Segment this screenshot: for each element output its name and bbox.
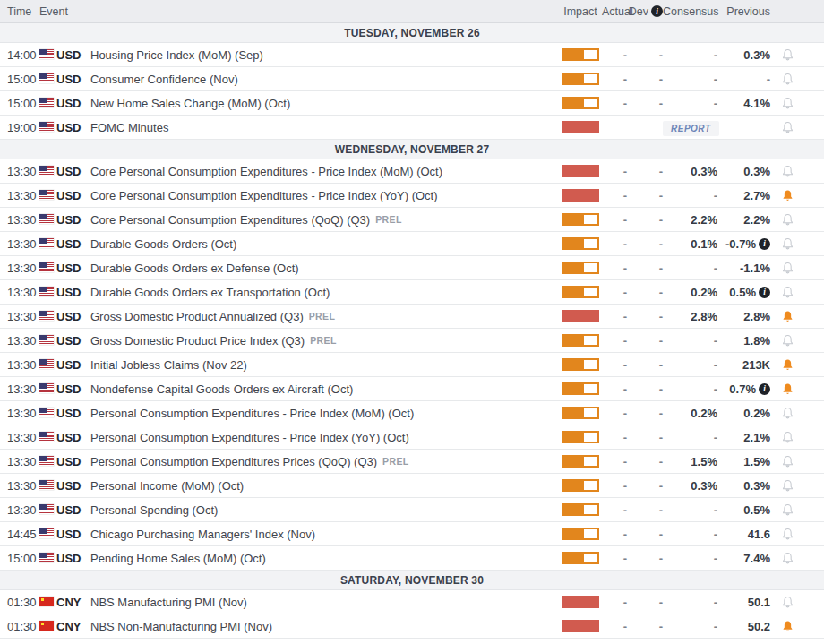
alert-bell-button[interactable] (781, 382, 794, 396)
alert-bell-button[interactable] (781, 189, 794, 202)
info-icon[interactable]: i (759, 383, 770, 395)
alert-bell-button[interactable] (781, 48, 794, 62)
impact-cell (559, 237, 602, 250)
deviation-value: - (627, 358, 663, 372)
time-cell: 13:30 (7, 503, 39, 517)
event-row[interactable]: 01:30CNYNBS Manufacturing PMI (Nov)---50… (0, 590, 824, 614)
event-row[interactable]: 15:00USDConsumer Confidence (Nov)---- (0, 67, 824, 91)
previous-value: 0.5% (717, 503, 770, 517)
us-flag-icon (39, 165, 56, 178)
impact-cell (559, 358, 602, 371)
event-row[interactable]: 13:30USDGross Domestic Product Annualize… (0, 305, 824, 329)
time-cell: 13:30 (7, 431, 39, 444)
dev-info-icon[interactable]: i (651, 5, 663, 17)
alert-bell-button[interactable] (781, 97, 794, 110)
impact-medium-icon (562, 382, 599, 395)
alert-bell-button[interactable] (781, 213, 794, 227)
event-row[interactable]: 13:30USDGross Domestic Product Price Ind… (0, 329, 824, 353)
deviation-value: - (627, 97, 663, 110)
event-row[interactable]: 13:30USDCore Personal Consumption Expend… (0, 208, 824, 232)
alert-bell-button[interactable] (781, 596, 794, 609)
bell-cell (770, 431, 804, 444)
event-row[interactable]: 13:30USDPersonal Consumption Expenditure… (0, 450, 824, 474)
deviation-value: - (627, 286, 663, 299)
event-title: Durable Goods Orders ex Defense (Oct) (90, 262, 559, 275)
currency-label: USD (56, 528, 90, 541)
previous-text: 0.3% (743, 48, 770, 62)
info-icon[interactable]: i (759, 287, 770, 298)
deviation-value: - (627, 503, 663, 517)
time-cell: 01:30 (7, 620, 39, 633)
alert-bell-button[interactable] (781, 479, 794, 493)
alert-bell-button[interactable] (781, 237, 794, 251)
previous-value: 0.7%i (717, 382, 770, 396)
alert-bell-button[interactable] (781, 503, 794, 517)
event-title: Core Personal Consumption Expenditures -… (90, 165, 559, 178)
report-link[interactable]: REPORT (663, 121, 719, 136)
alert-bell-button[interactable] (781, 73, 794, 86)
event-title: Housing Price Index (MoM) (Sep) (90, 48, 559, 62)
event-row[interactable]: 01:30CNYNBS Non-Manufacturing PMI (Nov)-… (0, 614, 824, 639)
event-title: FOMC Minutes (90, 121, 559, 134)
alert-bell-button[interactable] (781, 455, 794, 468)
actual-value: - (602, 48, 627, 62)
alert-bell-button[interactable] (781, 286, 794, 299)
event-row[interactable]: 15:00USDNew Home Sales Change (MoM) (Oct… (0, 91, 824, 116)
impact-cell (559, 310, 602, 322)
alert-bell-button[interactable] (781, 407, 794, 420)
alert-bell-button[interactable] (781, 334, 794, 348)
time-cell: 13:30 (7, 213, 39, 227)
alert-bell-button[interactable] (781, 431, 794, 444)
impact-medium-icon (562, 73, 599, 85)
event-row[interactable]: 13:30USDPersonal Consumption Expenditure… (0, 425, 824, 450)
event-row[interactable]: 13:30USDCore Personal Consumption Expend… (0, 184, 824, 208)
event-row[interactable]: 13:30USDInitial Jobless Claims (Nov 22)-… (0, 353, 824, 377)
deviation-value: - (627, 189, 663, 202)
event-row[interactable]: 13:30USDDurable Goods Orders ex Transpor… (0, 280, 824, 305)
event-row[interactable]: 13:30USDPersonal Income (MoM) (Oct)--0.3… (0, 474, 824, 498)
time-cell: 15:00 (7, 97, 39, 110)
actual-value: - (602, 97, 627, 110)
alert-bell-button[interactable] (781, 310, 794, 323)
event-name: Durable Goods Orders (Oct) (90, 237, 236, 251)
alert-bell-button[interactable] (781, 121, 794, 134)
actual-value: - (602, 596, 627, 609)
actual-value: - (602, 479, 627, 493)
event-row[interactable]: 14:00USDHousing Price Index (MoM) (Sep)-… (0, 43, 824, 67)
info-icon[interactable]: i (759, 238, 770, 250)
alert-bell-button[interactable] (781, 620, 794, 633)
us-flag-icon (39, 358, 56, 372)
us-flag-icon (39, 310, 56, 323)
bell-cell (770, 189, 804, 202)
deviation-value: - (627, 431, 663, 444)
impact-cell (559, 286, 602, 298)
event-row[interactable]: 13:30USDCore Personal Consumption Expend… (0, 159, 824, 184)
deviation-value: - (627, 73, 663, 86)
event-row[interactable]: 13:30USDDurable Goods Orders ex Defense … (0, 256, 824, 280)
impact-medium-icon (562, 286, 599, 298)
us-flag-icon (39, 189, 56, 202)
bell-cell (770, 552, 804, 565)
consensus-value: - (663, 620, 717, 633)
alert-bell-button[interactable] (781, 165, 794, 178)
event-name: Housing Price Index (MoM) (Sep) (90, 48, 263, 62)
event-row[interactable]: 13:30USDNondefense Capital Goods Orders … (0, 377, 824, 401)
alert-bell-button[interactable] (781, 552, 794, 565)
event-row[interactable]: 14:45USDChicago Purchasing Managers' Ind… (0, 522, 824, 546)
event-row[interactable]: 15:00USDPending Home Sales (MoM) (Oct)--… (0, 546, 824, 571)
consensus-value: 2.8% (663, 310, 717, 323)
previous-value: 2.8% (717, 310, 770, 323)
us-flag-icon (39, 237, 56, 251)
event-row[interactable]: 13:30USDPersonal Consumption Expenditure… (0, 401, 824, 425)
event-row[interactable]: 19:00USDFOMC MinutesREPORT (0, 116, 824, 140)
bell-cell (770, 334, 804, 348)
event-name: NBS Non-Manufacturing PMI (Nov) (90, 620, 272, 633)
alert-bell-button[interactable] (781, 358, 794, 372)
impact-high-icon (562, 596, 599, 608)
event-row[interactable]: 13:30USDDurable Goods Orders (Oct)--0.1%… (0, 232, 824, 256)
bell-cell (770, 97, 804, 110)
alert-bell-button[interactable] (781, 528, 794, 541)
event-row[interactable]: 13:30USDPersonal Spending (Oct)---0.5% (0, 498, 824, 522)
deviation-value: - (627, 528, 663, 541)
alert-bell-button[interactable] (781, 262, 794, 275)
